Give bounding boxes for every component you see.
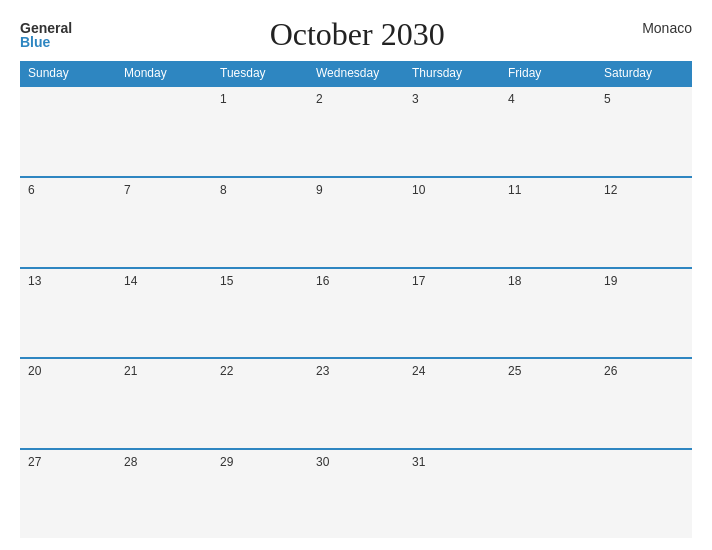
calendar-day: 24 (404, 358, 500, 449)
weekday-header: Sunday (20, 61, 116, 86)
calendar-day: 12 (596, 177, 692, 268)
calendar-day: 20 (20, 358, 116, 449)
calendar-table: SundayMondayTuesdayWednesdayThursdayFrid… (20, 61, 692, 538)
weekday-header: Wednesday (308, 61, 404, 86)
calendar-day: 21 (116, 358, 212, 449)
calendar-day: 7 (116, 177, 212, 268)
calendar-day: 31 (404, 449, 500, 538)
calendar-day (596, 449, 692, 538)
calendar-week-row: 20212223242526 (20, 358, 692, 449)
calendar-body: 1234567891011121314151617181920212223242… (20, 86, 692, 538)
calendar-day (500, 449, 596, 538)
calendar-day: 1 (212, 86, 308, 177)
calendar-day: 3 (404, 86, 500, 177)
calendar-day: 6 (20, 177, 116, 268)
calendar-day (20, 86, 116, 177)
calendar-day: 18 (500, 268, 596, 359)
logo: General Blue (20, 21, 72, 49)
calendar-day: 22 (212, 358, 308, 449)
calendar-day (116, 86, 212, 177)
logo-general-text: General (20, 21, 72, 35)
calendar-day: 8 (212, 177, 308, 268)
country-label: Monaco (642, 16, 692, 36)
calendar-day: 23 (308, 358, 404, 449)
calendar-day: 27 (20, 449, 116, 538)
calendar-day: 30 (308, 449, 404, 538)
calendar-header-row: SundayMondayTuesdayWednesdayThursdayFrid… (20, 61, 692, 86)
calendar-day: 19 (596, 268, 692, 359)
calendar-day: 17 (404, 268, 500, 359)
calendar-day: 26 (596, 358, 692, 449)
calendar-day: 10 (404, 177, 500, 268)
weekday-header: Saturday (596, 61, 692, 86)
calendar-day: 25 (500, 358, 596, 449)
calendar-day: 9 (308, 177, 404, 268)
calendar-day: 2 (308, 86, 404, 177)
calendar-week-row: 6789101112 (20, 177, 692, 268)
calendar-day: 11 (500, 177, 596, 268)
calendar-day: 13 (20, 268, 116, 359)
weekday-header: Tuesday (212, 61, 308, 86)
calendar-day: 16 (308, 268, 404, 359)
calendar-header: General Blue October 2030 Monaco (20, 16, 692, 53)
calendar-day: 14 (116, 268, 212, 359)
calendar-week-row: 13141516171819 (20, 268, 692, 359)
calendar-day: 29 (212, 449, 308, 538)
calendar-week-row: 2728293031 (20, 449, 692, 538)
calendar-week-row: 12345 (20, 86, 692, 177)
calendar-title: October 2030 (270, 16, 445, 53)
weekday-header: Friday (500, 61, 596, 86)
calendar-day: 4 (500, 86, 596, 177)
weekday-header: Thursday (404, 61, 500, 86)
calendar-day: 28 (116, 449, 212, 538)
weekday-header: Monday (116, 61, 212, 86)
calendar-day: 5 (596, 86, 692, 177)
calendar-day: 15 (212, 268, 308, 359)
logo-blue-text: Blue (20, 35, 50, 49)
